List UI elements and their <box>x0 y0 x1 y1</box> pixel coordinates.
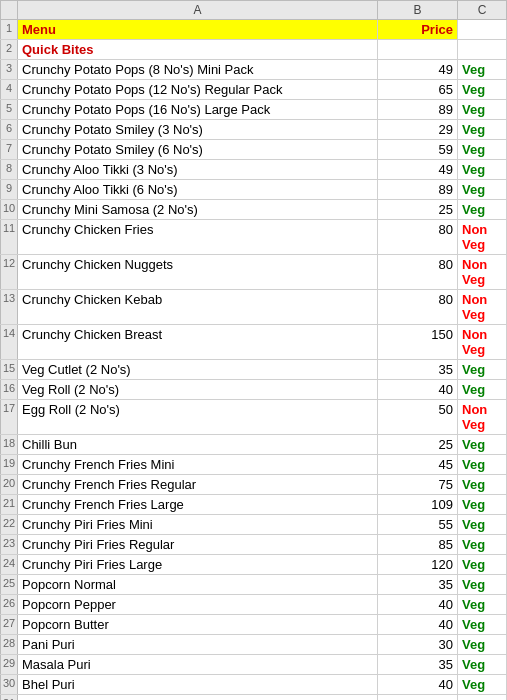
item-price: 150 <box>431 327 453 342</box>
item-name-cell: Crunchy Potato Pops (8 No's) Mini Pack <box>18 60 378 79</box>
item-name-cell: Crunchy Potato Pops (16 No's) Large Pack <box>18 100 378 119</box>
item-name: Masala Puri <box>22 657 91 672</box>
table-row: 21Crunchy French Fries Large109Veg <box>0 495 507 515</box>
item-type: Veg <box>462 122 485 137</box>
item-type: Veg <box>462 62 485 77</box>
item-type-cell: Veg <box>458 140 507 159</box>
table-row: 28Pani Puri30Veg <box>0 635 507 655</box>
table-row: 8Crunchy Aloo Tikki (3 No's)49Veg <box>0 160 507 180</box>
item-price: 50 <box>439 402 453 417</box>
item-name-cell: Chilli Bun <box>18 435 378 454</box>
item-name: Crunchy Potato Smiley (3 No's) <box>22 122 203 137</box>
item-price: 75 <box>439 477 453 492</box>
row-num: 6 <box>0 120 18 139</box>
item-name: Crunchy Chicken Kebab <box>22 292 162 307</box>
item-type-cell: Veg <box>458 200 507 219</box>
item-type-cell: Non Veg <box>458 255 507 289</box>
item-price: 59 <box>439 142 453 157</box>
item-name: Crunchy Aloo Tikki (3 No's) <box>22 162 178 177</box>
item-price-cell: 59 <box>378 140 458 159</box>
item-price-cell: 109 <box>378 495 458 514</box>
item-type: Non Veg <box>462 222 487 252</box>
item-price-cell: 35 <box>378 575 458 594</box>
item-type: Veg <box>462 457 485 472</box>
item-type: Veg <box>462 102 485 117</box>
item-price: 55 <box>439 517 453 532</box>
item-name: Egg Roll (2 No's) <box>22 402 120 417</box>
row-num: 23 <box>0 535 18 554</box>
item-price: 65 <box>439 82 453 97</box>
item-type-cell: Veg <box>458 575 507 594</box>
table-row: 26Popcorn Pepper40Veg <box>0 595 507 615</box>
row-num: 13 <box>0 290 18 324</box>
item-type: Veg <box>462 82 485 97</box>
item-price: 89 <box>439 102 453 117</box>
item-type-cell: Veg <box>458 60 507 79</box>
item-price: 25 <box>439 437 453 452</box>
row-num: 22 <box>0 515 18 534</box>
table-row: 11Crunchy Chicken Fries80Non Veg <box>0 220 507 255</box>
row-num: 27 <box>0 615 18 634</box>
table-row: 23Crunchy Piri Fries Regular85Veg <box>0 535 507 555</box>
item-name-cell: Masala Puri <box>18 655 378 674</box>
row-num: 5 <box>0 100 18 119</box>
item-price: 45 <box>439 457 453 472</box>
item-type: Veg <box>462 497 485 512</box>
item-name-cell: Popcorn Normal <box>18 575 378 594</box>
col-header-rownum <box>0 1 18 19</box>
item-price: 30 <box>439 637 453 652</box>
table-row: 10Crunchy Mini Samosa (2 No's)25Veg <box>0 200 507 220</box>
item-type-cell: Veg <box>458 80 507 99</box>
item-name-cell: Crunchy Piri Fries Mini <box>18 515 378 534</box>
row-num-1: 1 <box>0 20 18 39</box>
item-price-cell: 85 <box>378 535 458 554</box>
menu-label-cell: Menu <box>18 20 378 39</box>
item-name: Crunchy Aloo Tikki (6 No's) <box>22 182 178 197</box>
item-type: Veg <box>462 637 485 652</box>
item-name-cell: Crunchy French Fries Mini <box>18 455 378 474</box>
item-type: Veg <box>462 202 485 217</box>
item-price: 25 <box>439 202 453 217</box>
item-type-cell: Veg <box>458 100 507 119</box>
item-type: Non Veg <box>462 292 487 322</box>
item-price-cell: 80 <box>378 255 458 289</box>
item-price-cell: 29 <box>378 120 458 139</box>
item-price-cell: 30 <box>378 635 458 654</box>
item-price-cell: 45 <box>378 455 458 474</box>
item-price: 35 <box>439 657 453 672</box>
item-price: 49 <box>439 162 453 177</box>
item-price: 80 <box>439 257 453 272</box>
table-row: 13Crunchy Chicken Kebab80Non Veg <box>0 290 507 325</box>
item-type-cell: Veg <box>458 380 507 399</box>
menu-label: Menu <box>22 22 56 37</box>
row-num: 11 <box>0 220 18 254</box>
item-name-cell: Crunchy Chicken Nuggets <box>18 255 378 289</box>
item-price: 40 <box>439 597 453 612</box>
column-header-row: A B C <box>0 0 507 20</box>
row-num: 31 <box>0 695 18 700</box>
item-name-cell: Pani Puri <box>18 635 378 654</box>
row-num: 21 <box>0 495 18 514</box>
menu-header-row: 1 Menu Price <box>0 20 507 40</box>
item-name: Pani Puri <box>22 637 75 652</box>
item-name-cell: Soya 65 <box>18 695 378 700</box>
table-row: 3Crunchy Potato Pops (8 No's) Mini Pack4… <box>0 60 507 80</box>
table-row: 19Crunchy French Fries Mini45Veg <box>0 455 507 475</box>
item-price-cell: 40 <box>378 675 458 694</box>
item-price-cell: 40 <box>378 615 458 634</box>
row-num: 19 <box>0 455 18 474</box>
item-name-cell: Crunchy Chicken Kebab <box>18 290 378 324</box>
section-price-cell <box>378 40 458 59</box>
item-type-cell: Veg <box>458 615 507 634</box>
item-name-cell: Popcorn Pepper <box>18 595 378 614</box>
item-name-cell: Crunchy Mini Samosa (2 No's) <box>18 200 378 219</box>
table-row: 7Crunchy Potato Smiley (6 No's)59Veg <box>0 140 507 160</box>
item-name-cell: Crunchy French Fries Regular <box>18 475 378 494</box>
item-price-cell: 49 <box>378 160 458 179</box>
item-name-cell: Crunchy Chicken Breast <box>18 325 378 359</box>
item-type: Non Veg <box>462 257 487 287</box>
item-price-cell: 89 <box>378 100 458 119</box>
row-num: 7 <box>0 140 18 159</box>
row-num: 3 <box>0 60 18 79</box>
item-price: 35 <box>439 577 453 592</box>
